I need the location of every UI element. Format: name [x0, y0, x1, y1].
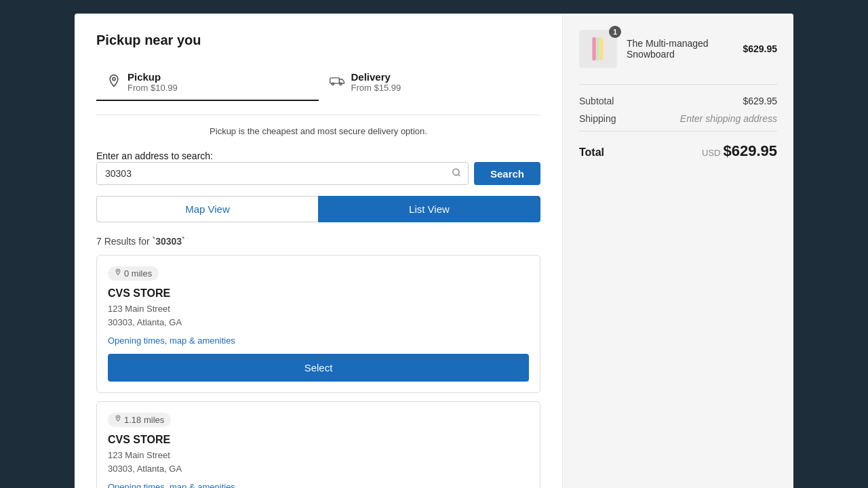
- divider: [96, 115, 540, 115]
- page-title: Pickup near you: [96, 33, 540, 48]
- select-button-0[interactable]: Select: [108, 354, 529, 382]
- pin-icon-1: [115, 415, 121, 425]
- search-row: Search: [96, 162, 540, 185]
- total-currency: USD: [702, 148, 720, 158]
- subtotal-row: Subtotal $629.95: [579, 96, 777, 106]
- distance-text-1: 1.18 miles: [124, 415, 164, 425]
- view-toggle: Map View List View: [96, 196, 540, 222]
- search-input-wrapper: [96, 162, 469, 185]
- product-image-wrapper: 1: [579, 30, 617, 68]
- order-divider: [579, 84, 777, 85]
- shipping-label: Shipping: [579, 113, 616, 124]
- quantity-badge: 1: [609, 26, 621, 38]
- svg-point-0: [113, 77, 115, 80]
- svg-rect-8: [596, 37, 599, 61]
- results-count: 7 Results for `30303`: [96, 236, 540, 247]
- item-name: The Multi-managed Snowboard: [627, 38, 733, 60]
- pickup-price: From $10.99: [127, 83, 178, 93]
- list-view-button[interactable]: List View: [318, 196, 540, 222]
- left-panel: Pickup near you Pickup From $10.99: [75, 14, 563, 488]
- total-value-wrapper: USD $629.95: [702, 142, 777, 160]
- store-link-0[interactable]: Opening times, map & amenities: [108, 336, 235, 346]
- svg-point-6: [117, 270, 119, 272]
- right-panel: 1 The Multi-managed Snowboard $629.95 Su…: [563, 14, 793, 488]
- distance-badge-1: 1.18 miles: [108, 413, 171, 427]
- total-label: Total: [579, 146, 604, 159]
- subtotal-label: Subtotal: [579, 96, 614, 106]
- subtotal-value: $629.95: [743, 96, 777, 106]
- store-address-0: 123 Main Street 30303, Atlanta, GA: [108, 302, 529, 329]
- svg-point-7: [117, 417, 119, 418]
- store-card-0: 0 miles CVS STORE 123 Main Street 30303,…: [96, 255, 540, 393]
- map-view-button[interactable]: Map View: [96, 196, 318, 222]
- delivery-option-text: Delivery From $15.99: [351, 71, 401, 93]
- total-row: Total USD $629.95: [579, 142, 777, 160]
- delivery-icon: [330, 75, 344, 89]
- pickup-name: Pickup: [127, 71, 178, 83]
- store-name-0: CVS STORE: [108, 287, 529, 300]
- svg-point-4: [453, 169, 459, 175]
- distance-text-0: 0 miles: [124, 268, 152, 279]
- search-label: Enter an address to search:: [96, 150, 213, 161]
- delivery-price: From $15.99: [351, 83, 401, 93]
- pickup-icon: [107, 74, 121, 91]
- shipping-value: Enter shipping address: [680, 113, 777, 124]
- svg-rect-9: [592, 37, 595, 61]
- search-icon: [452, 168, 461, 180]
- delivery-name: Delivery: [351, 71, 401, 83]
- distance-badge-0: 0 miles: [108, 266, 159, 281]
- store-address-1: 123 Main Street 30303, Atlanta, GA: [108, 449, 529, 475]
- delivery-options: Pickup From $10.99 Delivery From $15.99: [96, 64, 540, 101]
- main-container: Pickup near you Pickup From $10.99: [75, 14, 793, 488]
- delivery-option[interactable]: Delivery From $15.99: [319, 64, 541, 101]
- search-input[interactable]: [97, 163, 468, 184]
- store-link-1[interactable]: Opening times, map & amenities: [108, 482, 235, 488]
- search-button[interactable]: Search: [474, 162, 540, 185]
- total-amount: $629.95: [723, 142, 777, 160]
- pickup-option[interactable]: Pickup From $10.99: [96, 64, 319, 101]
- store-name-1: CVS STORE: [108, 434, 529, 446]
- svg-line-5: [458, 174, 460, 176]
- store-card-1: 1.18 miles CVS STORE 123 Main Street 303…: [96, 401, 540, 488]
- shipping-row: Shipping Enter shipping address: [579, 113, 777, 124]
- pickup-option-text: Pickup From $10.99: [127, 71, 178, 93]
- svg-rect-1: [330, 77, 339, 83]
- pin-icon-0: [115, 268, 121, 279]
- order-item: 1 The Multi-managed Snowboard $629.95: [579, 30, 777, 68]
- svg-rect-10: [599, 37, 603, 61]
- item-price: $629.95: [743, 43, 777, 54]
- info-text: Pickup is the cheapest and most secure d…: [96, 126, 540, 136]
- total-divider: [579, 131, 777, 131]
